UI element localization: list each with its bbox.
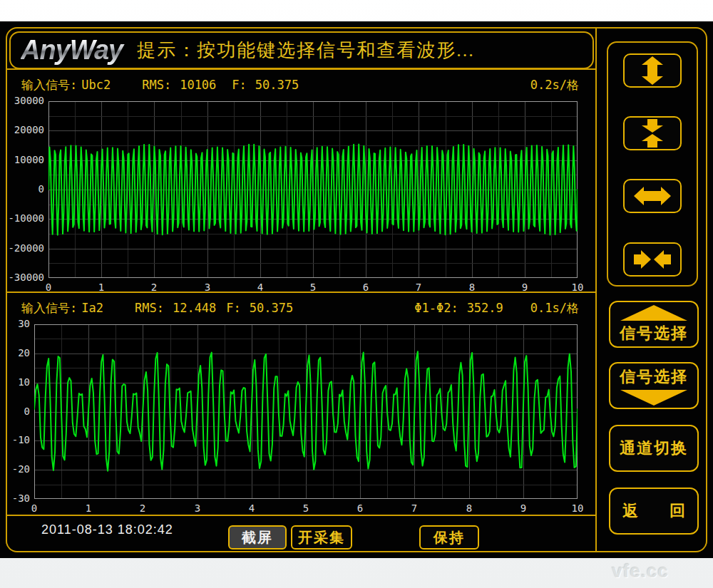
expand-horizontal-icon [634, 183, 671, 209]
panel1-rms-value: 10106 [180, 78, 216, 92]
x-axis-tick-label: 7 [407, 282, 430, 293]
compress-horizontal-icon [634, 247, 671, 272]
y-axis-tick-label: -20 [6, 463, 30, 475]
anyway-logo: AnyWay [21, 35, 127, 66]
compress-horizontal-button[interactable] [623, 242, 682, 277]
channel-switch-button[interactable]: 通道切换 [609, 425, 699, 472]
x-axis-tick-label: 9 [512, 502, 535, 514]
x-axis-tick-label: 6 [349, 502, 371, 514]
y-axis-tick-label: 0 [6, 406, 30, 417]
panel2-timebase: 0.1s/格 [530, 300, 579, 316]
panel1-timebase: 0.2s/格 [530, 77, 579, 93]
y-axis-tick-label: -10 [6, 434, 30, 445]
page-background: AnyWay 提示：按功能键选择信号和查看波形... 输入信号: Ubc2 RM… [0, 0, 713, 588]
right-column-divider [595, 28, 597, 552]
x-axis-tick-label: 8 [458, 502, 481, 514]
x-axis-tick-label: 0 [37, 282, 60, 293]
x-axis-tick-label: 5 [302, 282, 324, 293]
y-axis-tick-label: 10000 [6, 154, 44, 165]
y-axis-tick-label: 20 [6, 347, 30, 359]
panel2-freq-value: 50.375 [250, 301, 293, 315]
compress-vertical-button[interactable] [623, 116, 682, 150]
x-axis-tick-label: 10 [566, 282, 589, 293]
header: AnyWay 提示：按功能键选择信号和查看波形... [9, 31, 594, 69]
expand-vertical-icon [636, 56, 669, 85]
channel-switch-label: 通道切换 [620, 438, 688, 459]
x-axis-tick-label: 3 [196, 282, 219, 293]
panel1-freq-label: F: [232, 78, 246, 92]
y-axis-tick-label: 30 [6, 318, 30, 329]
panel2-rms-label: RMS: [135, 301, 164, 315]
y-axis-tick-label: -10000 [6, 212, 44, 224]
x-axis-tick-label: 8 [461, 282, 483, 293]
x-axis-tick-label: 10 [566, 502, 589, 514]
compress-vertical-icon [636, 119, 669, 148]
bottombar-divider [6, 515, 596, 516]
back-button[interactable]: 返回 [609, 488, 699, 535]
panel2-phase-value: 352.9 [467, 301, 503, 315]
x-axis-tick-label: 4 [249, 282, 272, 293]
panel2-signal-label: 输入信号: [21, 300, 77, 316]
expand-horizontal-button[interactable] [623, 179, 682, 213]
panel1-header: 输入信号: Ubc2 RMS: 10106 F: 50.375 0.2s/格 [21, 77, 579, 93]
triangle-up-icon [620, 305, 687, 321]
start-acquisition-button-label: 开采集 [298, 528, 345, 547]
triangle-down-icon [620, 390, 687, 406]
panel2-phase-label: Φ1-Φ2: [414, 301, 458, 315]
y-axis-tick-label: -20000 [6, 242, 44, 254]
x-axis-tick-label: 2 [131, 502, 154, 514]
panel1-signal-label: 输入信号: [21, 77, 77, 93]
start-acquisition-button[interactable]: 开采集 [291, 525, 352, 550]
x-axis-tick-label: 3 [186, 502, 209, 514]
x-axis-tick-label: 7 [403, 502, 426, 514]
instrument-screen: AnyWay 提示：按功能键选择信号和查看波形... 输入信号: Ubc2 RM… [0, 21, 713, 558]
y-axis-tick-label: 0 [6, 183, 44, 195]
signal-select-up-button[interactable]: 信号选择 [609, 301, 699, 348]
panel2-rms-value: 12.448 [173, 301, 216, 315]
y-axis-tick-label: 10 [6, 376, 30, 388]
panel1-signal-value: Ubc2 [81, 78, 111, 92]
x-axis-tick-label: 0 [23, 502, 46, 514]
x-axis-tick-label: 4 [240, 502, 263, 514]
signal-select-down-label: 信号选择 [620, 366, 688, 388]
screenshot-button[interactable]: 截屏 [228, 525, 287, 550]
x-axis-tick-label: 9 [513, 282, 536, 293]
panel2-header: 输入信号: Ia2 RMS: 12.448 F: 50.375 Φ1-Φ2: 3… [21, 300, 579, 316]
panel2-signal-value: Ia2 [81, 301, 103, 315]
hold-button[interactable]: 保持 [419, 525, 479, 550]
signal-select-up-label: 信号选择 [620, 323, 688, 344]
y-axis-tick-label: 30000 [6, 95, 44, 106]
y-axis-tick-label: 20000 [6, 124, 44, 135]
hold-button-label: 保持 [434, 528, 465, 547]
hint-text: 提示：按功能键选择信号和查看波形... [137, 38, 475, 63]
waveform-plot-ia2 [34, 324, 578, 499]
x-axis-tick-label: 2 [143, 282, 165, 293]
x-axis-tick-label: 5 [294, 502, 317, 514]
panel2-freq-label: F: [226, 301, 240, 315]
timestamp: 2011-08-13 18:02:42 [41, 522, 173, 537]
x-axis-tick-label: 6 [354, 282, 377, 293]
waveform-plot-ubc2 [48, 101, 578, 278]
watermark: vfe.cc [612, 560, 669, 582]
back-label: 返回 [622, 500, 713, 522]
panel1-freq-value: 50.375 [255, 78, 299, 92]
panel1-rms-label: RMS: [142, 78, 171, 92]
expand-vertical-button[interactable] [623, 53, 682, 88]
signal-select-down-button[interactable]: 信号选择 [609, 362, 699, 409]
x-axis-tick-label: 1 [77, 502, 100, 514]
x-axis-tick-label: 1 [90, 282, 113, 293]
screenshot-button-label: 截屏 [242, 528, 273, 547]
